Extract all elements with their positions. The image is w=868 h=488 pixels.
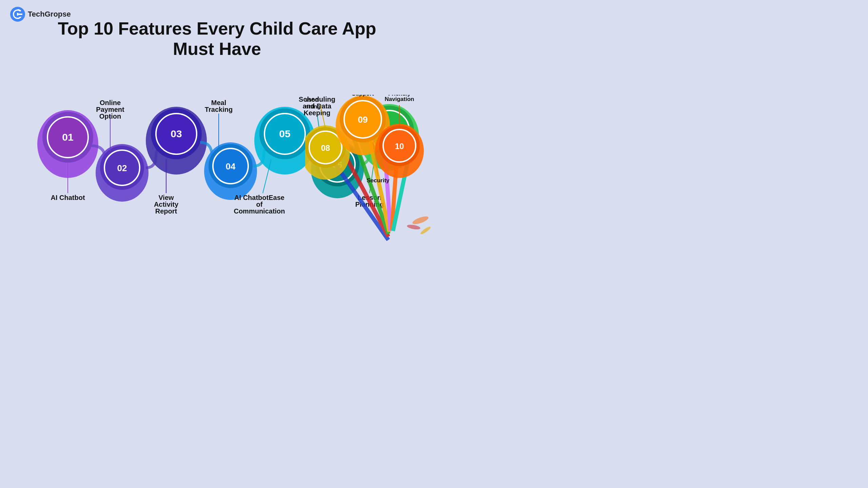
svg-text:Lesson: Lesson — [305, 97, 319, 103]
svg-text:AI ChatbotEase: AI ChatbotEase — [234, 194, 284, 201]
svg-text:Navigation: Navigation — [385, 96, 414, 102]
svg-text:Activity: Activity — [154, 201, 179, 208]
svg-text:Online: Online — [100, 99, 121, 106]
svg-text:Meal: Meal — [211, 99, 226, 106]
svg-point-69 — [412, 215, 429, 226]
svg-text:AI Chatbot: AI Chatbot — [51, 194, 85, 201]
svg-point-70 — [407, 224, 420, 230]
svg-line-84 — [320, 105, 326, 129]
svg-text:View: View — [158, 194, 174, 201]
svg-text:Security: Security — [367, 177, 390, 184]
svg-text:09: 09 — [358, 115, 368, 125]
svg-text:Payment: Payment — [96, 106, 124, 113]
svg-text:Option: Option — [99, 113, 121, 120]
svg-text:of: of — [256, 201, 263, 208]
svg-rect-1 — [18, 14, 22, 15]
svg-text:04: 04 — [226, 161, 236, 171]
svg-rect-2 — [17, 13, 18, 16]
svg-text:Communication: Communication — [234, 207, 285, 215]
brand-name: TechGropse — [28, 10, 71, 19]
right-bubbles: 08 09 10 Lesson Planning Security Multim… — [305, 95, 424, 197]
page-title: Top 10 Features Every Child Care App Mus… — [0, 19, 434, 59]
svg-text:Planning: Planning — [305, 103, 321, 110]
svg-point-71 — [419, 226, 431, 236]
svg-text:05: 05 — [279, 128, 290, 139]
svg-text:Tracking: Tracking — [205, 106, 233, 113]
svg-text:01: 01 — [62, 131, 73, 143]
svg-text:08: 08 — [321, 143, 330, 152]
svg-text:03: 03 — [171, 128, 182, 139]
svg-text:02: 02 — [117, 163, 127, 173]
svg-text:Support: Support — [352, 95, 374, 97]
svg-text:10: 10 — [395, 142, 404, 151]
svg-text:Report: Report — [155, 207, 177, 215]
